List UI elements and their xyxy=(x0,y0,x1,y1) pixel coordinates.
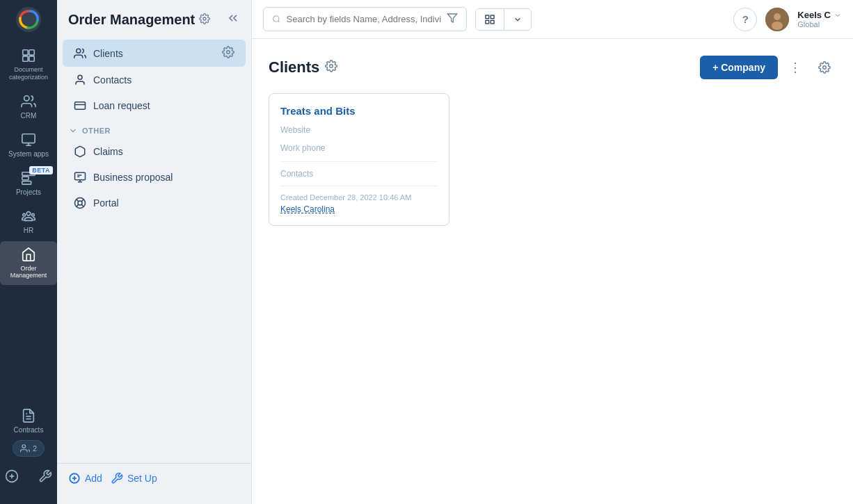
client-card-created: Created December 28, 2022 10:46 AM xyxy=(280,193,438,202)
svg-line-35 xyxy=(77,204,79,206)
svg-point-22 xyxy=(77,49,81,53)
client-card-contacts-label: Contacts xyxy=(280,169,438,179)
svg-point-17 xyxy=(22,445,26,448)
setup-button[interactable]: Set Up xyxy=(111,472,157,485)
svg-rect-11 xyxy=(22,181,31,184)
sidebar-item-hr[interactable]: HR xyxy=(0,203,57,240)
sidebar-item-system-apps[interactable]: System apps xyxy=(0,127,57,163)
search-input[interactable] xyxy=(287,14,441,24)
svg-rect-3 xyxy=(23,56,28,61)
card-divider-2 xyxy=(280,186,438,186)
client-card-name[interactable]: Treats and Bits xyxy=(280,105,438,117)
svg-point-13 xyxy=(23,213,26,216)
sidebar-title: Order Management xyxy=(68,11,210,28)
sidebar-item-order-management[interactable]: Order Management xyxy=(0,241,57,286)
content-area: Clients + Company ⋮ xyxy=(252,39,853,504)
svg-rect-2 xyxy=(29,50,34,55)
card-divider xyxy=(280,161,438,162)
beta-badge: BETA xyxy=(29,166,53,174)
search-icon xyxy=(272,14,281,24)
sidebar-item-document-categorization[interactable]: Document categorization xyxy=(0,42,57,87)
content-header: Clients + Company ⋮ xyxy=(269,56,836,79)
topbar: ? Keels C Global xyxy=(252,0,853,39)
sidebar-item-contracts[interactable]: Contracts xyxy=(0,403,57,439)
app-logo[interactable] xyxy=(15,6,42,36)
svg-rect-27 xyxy=(75,172,86,180)
avatar[interactable] xyxy=(765,8,789,31)
svg-rect-1 xyxy=(23,50,28,55)
clients-gear-icon[interactable] xyxy=(222,46,234,60)
grid-view-button[interactable] xyxy=(476,9,504,30)
client-card: Treats and Bits Website Work phone Conta… xyxy=(269,93,449,226)
svg-rect-42 xyxy=(486,15,489,19)
content-settings-icon[interactable] xyxy=(325,58,337,76)
svg-rect-25 xyxy=(75,102,86,110)
icon-bar: Document categorization CRM System apps … xyxy=(0,0,57,504)
user-name: Keels C xyxy=(797,10,842,20)
sidebar: Order Management xyxy=(57,0,252,504)
sidebar-footer: Add Set Up xyxy=(57,463,251,493)
svg-rect-6 xyxy=(22,133,35,143)
svg-rect-44 xyxy=(486,20,489,24)
client-card-created-by[interactable]: Keels Carolina xyxy=(280,204,438,214)
svg-line-40 xyxy=(278,21,280,22)
search-box[interactable] xyxy=(263,7,467,31)
svg-point-47 xyxy=(774,13,781,20)
filter-icon[interactable] xyxy=(447,13,458,26)
main-content: ? Keels C Global Clients xyxy=(252,0,853,504)
user-info[interactable]: Keels C Global xyxy=(797,10,842,29)
more-options-button[interactable]: ⋮ xyxy=(783,56,807,79)
wrench-icon[interactable] xyxy=(34,465,56,490)
help-button[interactable]: ? xyxy=(733,8,757,31)
view-toggle xyxy=(475,8,532,31)
svg-point-14 xyxy=(32,213,35,216)
sidebar-item-claims[interactable]: Claims xyxy=(63,139,246,164)
sidebar-item-crm[interactable]: CRM xyxy=(0,88,57,125)
client-card-website: Website xyxy=(280,125,438,135)
sidebar-item-portal[interactable]: Portal xyxy=(63,190,246,216)
sidebar-settings-icon[interactable] xyxy=(199,12,210,27)
sidebar-item-loan-request[interactable]: Loan request xyxy=(63,93,246,118)
svg-point-21 xyxy=(203,17,206,20)
view-settings-button[interactable] xyxy=(813,56,836,79)
svg-rect-10 xyxy=(22,177,29,180)
svg-line-33 xyxy=(81,204,83,206)
content-actions: + Company ⋮ xyxy=(700,56,836,79)
svg-point-31 xyxy=(78,201,82,205)
sidebar-item-clients[interactable]: Clients xyxy=(63,40,246,67)
sidebar-item-business-proposal[interactable]: Business proposal xyxy=(63,165,246,190)
client-card-work-phone: Work phone xyxy=(280,143,438,153)
add-button[interactable] xyxy=(1,465,23,490)
add-nav-button[interactable]: Add xyxy=(68,472,102,485)
svg-point-39 xyxy=(273,16,279,22)
svg-point-48 xyxy=(772,22,783,30)
collapse-sidebar-button[interactable] xyxy=(226,11,240,28)
view-dropdown-button[interactable] xyxy=(504,10,531,29)
user-org: Global xyxy=(797,20,842,29)
sidebar-nav: Clients Contacts Loan request xyxy=(57,39,251,463)
svg-point-12 xyxy=(26,211,31,216)
svg-point-50 xyxy=(823,66,827,70)
sidebar-item-contacts[interactable]: Contacts xyxy=(63,67,246,92)
content-title: Clients xyxy=(269,58,337,76)
add-company-button[interactable]: + Company xyxy=(700,56,778,79)
svg-rect-45 xyxy=(491,20,494,24)
svg-point-24 xyxy=(78,75,82,79)
svg-line-34 xyxy=(81,200,83,202)
sidebar-item-projects[interactable]: BETA Projects xyxy=(0,165,57,202)
svg-line-32 xyxy=(77,200,79,202)
svg-point-49 xyxy=(330,65,333,68)
sidebar-header: Order Management xyxy=(57,11,251,39)
svg-rect-43 xyxy=(491,15,494,19)
svg-point-5 xyxy=(24,95,29,100)
users-badge-button[interactable]: 2 xyxy=(13,440,45,457)
svg-point-23 xyxy=(227,51,230,54)
svg-marker-41 xyxy=(447,14,456,22)
svg-rect-4 xyxy=(29,56,34,61)
other-section-label[interactable]: OTHER xyxy=(57,119,251,138)
